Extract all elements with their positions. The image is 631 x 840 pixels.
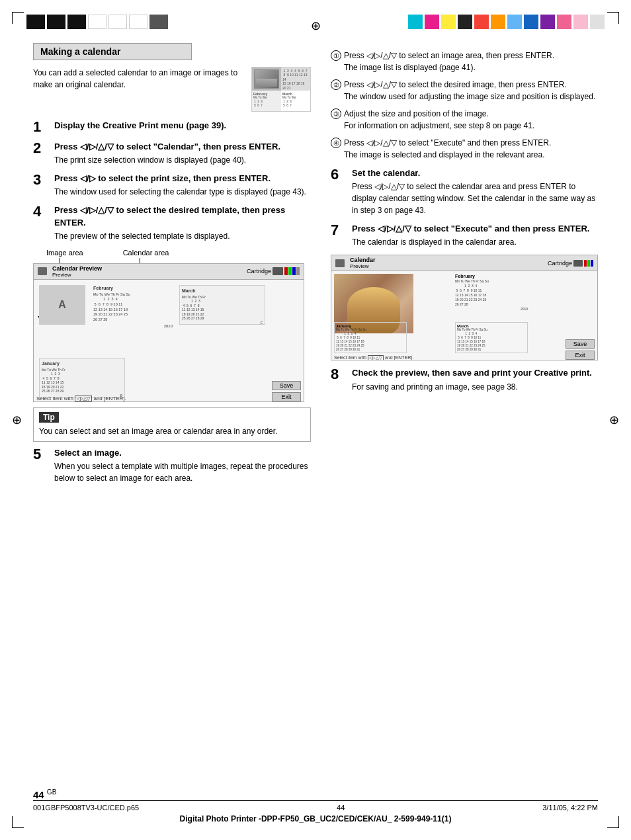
step-3-title: Press ◁/▷ to select the print size, then…: [54, 173, 311, 185]
sub-num-1: ①: [331, 50, 341, 61]
corner-mark-br: [607, 816, 619, 828]
step-2-num: 2: [33, 141, 52, 155]
step-5-body: When you select a template with multiple…: [54, 460, 311, 484]
area-b-content: January Mo Tu We Th Fr 1 2 3 4 5 6 7 8 1…: [42, 360, 122, 398]
step-8-body: For saving and printing an image, see pa…: [352, 381, 598, 393]
step-1-num: 1: [33, 120, 52, 134]
step-6-title: Set the calendar.: [352, 167, 598, 179]
section-title: Making a calendar: [33, 43, 192, 60]
cal2-exit-btn: Exit: [566, 351, 595, 360]
cal-ui-title: Calendar Preview: [52, 265, 102, 272]
cal-ui-main: A February Mo Tu We Th Fr Sa Su 1 2 3 4: [34, 280, 271, 402]
calendar-thumbnail: January Mo Tu We Th Fr Sa Su 1 2 3 4 5 6…: [251, 67, 311, 112]
sub-text-3b: For information on adjustment, see step …: [344, 121, 534, 130]
step-8-num: 8: [331, 367, 349, 382]
cal-ui-sidebar: Save Exit: [271, 280, 304, 402]
color-bar-ltgray: [590, 15, 605, 29]
step-5: 5 Select an image. When you select a tem…: [33, 447, 311, 484]
intro-text: You can add a selected calendar to an im…: [33, 67, 245, 91]
step-7-title: Press ◁/▷/△/▽ to select "Execute" and th…: [352, 223, 598, 235]
cal2-main: February Mo Tu We Th Fr Sa Su 1 2 3 4 5 …: [331, 271, 564, 360]
page-num: 44: [337, 804, 345, 812]
top-bar-left: [26, 15, 168, 29]
cal2-sidebar: Save Exit: [564, 271, 597, 360]
step-3-num: 3: [33, 173, 52, 187]
left-column: Making a calendar You can add a selected…: [33, 43, 311, 804]
color-bar-orange: [491, 15, 505, 29]
sub-num-3: ③: [331, 108, 341, 119]
diagram-labels: Image area Calendar area: [33, 249, 304, 257]
tip-header: Tip: [39, 412, 59, 423]
step-2-title: Press ◁/▷/△/▽ to select "Calendar", then…: [54, 141, 311, 153]
tip-box: Tip You can select and set an image area…: [33, 407, 311, 442]
sub-text-4a: Press ◁/▷/△/▽ to select "Execute" and th…: [344, 138, 551, 147]
sub-text-1a: Press ◁/▷/△/▽ to select an image area, t…: [344, 51, 554, 60]
crosshair-left: ⊕: [12, 413, 22, 427]
sub-steps-area: ① Press ◁/▷/△/▽ to select an image area,…: [331, 50, 598, 161]
save-button-diagram: Save: [272, 381, 301, 390]
ink-bars: [284, 267, 300, 275]
step-5-content: Select an image. When you select a templ…: [54, 447, 311, 484]
step-4-body: The preview of the selected template is …: [54, 230, 311, 242]
step-3-body: The window used for selecting the calend…: [54, 186, 311, 198]
color-bar-pink: [557, 15, 571, 29]
page-number-display: 44 GB: [33, 788, 56, 800]
page-num-sup: GB: [47, 788, 56, 796]
corner-mark-tl: [12, 12, 24, 24]
cal2-jan: January Mo Tu We Th Fr Sa Su 1 2 3 4 5 6…: [334, 322, 407, 353]
cal2-header: Calendar Preview Cartridge: [331, 255, 597, 271]
color-bar-darkblue: [524, 15, 538, 29]
cal-thumb-bottom-right: March Mo Tu We 1 2 3 5 6 7: [281, 91, 310, 111]
step-1-title: Display the Creative Print menu (page 39…: [54, 120, 311, 132]
step-5-num: 5: [33, 447, 52, 462]
sub-text-2b: The window used for adjusting the image …: [344, 92, 595, 101]
main-content: Making a calendar You can add a selected…: [33, 43, 598, 804]
step-7-body: The calendar is displayed in the calenda…: [352, 236, 598, 248]
cal-thumb-bottom-left: February Mo Tu We 1 2 3 5 6 7: [252, 91, 281, 111]
color-bar-cyan: [408, 15, 423, 29]
color-bar-black: [458, 15, 472, 29]
cal2-title-area: Calendar Preview: [350, 257, 376, 269]
top-bar-right: [408, 15, 605, 29]
cartridge-icon: [273, 267, 283, 275]
step-4: 4 Press ◁/▷/△/▽ to select the desired te…: [33, 204, 311, 241]
cal2-select-bar: Select item with ◁▷△▽ and [ENTER].: [334, 355, 413, 360]
step-6-body: Press ◁/▷/△/▽ to select the calendar are…: [352, 181, 598, 216]
step-8-content: Check the preview, then save and print y…: [352, 367, 598, 392]
sub-step-3: ③ Adjust the size and position of the im…: [331, 108, 598, 132]
footer-top: 001GBFP5008TV3-UC/CED.p65 44 3/11/05, 4:…: [33, 804, 598, 812]
ink-bar-k: [296, 267, 300, 275]
cal-thumb-month: January Mo Tu We Th Fr Sa Su 1 2 3 4 5 6…: [281, 67, 310, 91]
feb-calendar: February Mo Tu We Th Fr Sa Su 1 2 3 4 5 …: [93, 285, 173, 329]
step-6-content: Set the calendar. Press ◁/▷/△/▽ to selec…: [352, 167, 598, 216]
printer-icon: [38, 267, 47, 275]
sub-num-4: ④: [331, 138, 341, 148]
sub-text-4b: The image is selected and displayed in t…: [344, 150, 545, 159]
footer: 001GBFP5008TV3-UC/CED.p65 44 3/11/05, 4:…: [33, 800, 598, 823]
step-1-content: Display the Creative Print menu (page 39…: [54, 120, 311, 132]
right-column: ① Press ◁/▷/△/▽ to select an image area,…: [331, 43, 598, 804]
calendar-preview-2: Calendar Preview Cartridge: [331, 255, 598, 360]
crosshair-right: ⊕: [609, 413, 619, 427]
intro-area: You can add a selected calendar to an im…: [33, 67, 311, 112]
area-B: January Mo Tu We Th Fr 1 2 3 4 5 6 7 8 1…: [39, 358, 125, 398]
crosshair-top: ⊕: [311, 19, 321, 33]
cal2-printer-icon: [335, 259, 345, 267]
cal2-preview: Preview: [350, 263, 376, 269]
step-7-content: Press ◁/▷/△/▽ to select "Execute" and th…: [352, 223, 598, 248]
corner-mark-bl: [12, 816, 24, 828]
step-4-content: Press ◁/▷/△/▽ to select the desired temp…: [54, 204, 311, 241]
corner-mark-tr: [607, 12, 619, 24]
area-c-content: March Mo Tu We Th Fr 1 2 3 4 5 6 7 8 11 …: [182, 288, 263, 325]
exit-button-diagram: Exit: [272, 392, 301, 401]
sub-content-4: Press ◁/▷/△/▽ to select "Execute" and th…: [344, 137, 598, 161]
ink-bar-c: [284, 267, 288, 275]
cal2-ink-bars: [584, 260, 593, 267]
calendar-ui: Calendar Preview Preview Cartridge: [34, 264, 304, 401]
step-6: 6 Set the calendar. Press ◁/▷/△/▽ to sel…: [331, 167, 598, 216]
cal-thumb-photo: [252, 67, 281, 91]
cal2-body: February Mo Tu We Th Fr Sa Su 1 2 3 4 5 …: [331, 271, 597, 360]
cal-ui-cartridge: Cartridge: [247, 267, 300, 275]
step-2-content: Press ◁/▷/△/▽ to select "Calendar", then…: [54, 141, 311, 166]
step-2-body: The print size selection window is displ…: [54, 154, 311, 166]
